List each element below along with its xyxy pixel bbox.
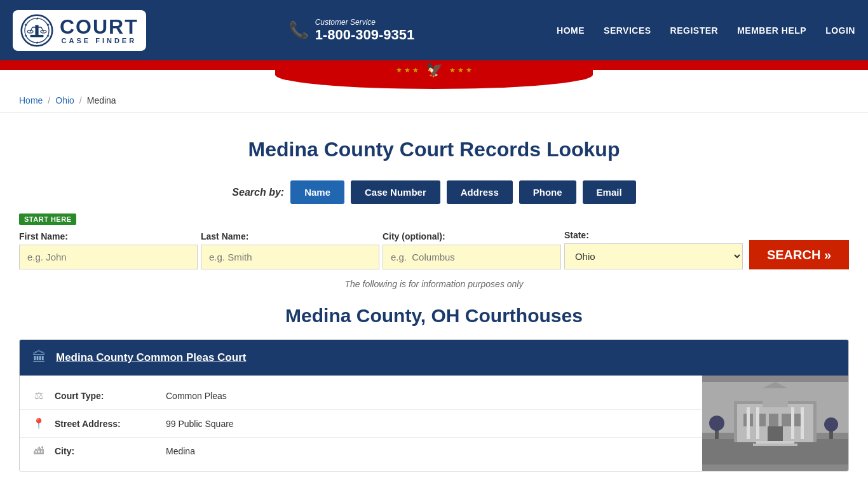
- svg-rect-33: [753, 444, 797, 446]
- search-by-label: Search by:: [232, 187, 284, 198]
- svg-rect-20: [763, 388, 788, 407]
- breadcrumb-ohio[interactable]: Ohio: [55, 95, 74, 105]
- state-field-group: State: Ohio Alabama Alaska Arizona: [564, 230, 743, 269]
- first-name-field-group: First Name:: [19, 231, 198, 269]
- detail-row-city: 🏙 City: Medina: [20, 438, 702, 464]
- svg-text:★: ★: [36, 16, 39, 20]
- svg-rect-9: [35, 25, 38, 35]
- nav-member-help[interactable]: MEMBER HELP: [737, 25, 806, 36]
- gavel-icon: ⚖: [32, 390, 45, 402]
- last-name-input[interactable]: [201, 245, 379, 269]
- city-input[interactable]: [383, 245, 561, 269]
- last-name-label: Last Name:: [201, 231, 379, 241]
- nav-login[interactable]: LOGIN: [825, 25, 855, 36]
- detail-row-court-type: ⚖ Court Type: Common Pleas: [20, 382, 702, 410]
- tab-phone[interactable]: Phone: [519, 180, 576, 204]
- city-field-group: City (optional):: [383, 231, 561, 269]
- city-label: City (optional):: [383, 231, 561, 241]
- courthouse-card: 🏛 Medina County Common Pleas Court ⚖ Cou…: [19, 339, 849, 471]
- last-name-field-group: Last Name:: [201, 231, 379, 269]
- tab-email[interactable]: Email: [583, 180, 636, 204]
- svg-rect-27: [768, 426, 783, 442]
- logo-area: ★ ★ ★ ★ ★ ★ COURT CASE F: [13, 10, 146, 51]
- first-name-input[interactable]: [19, 245, 198, 269]
- svg-rect-28: [747, 407, 750, 439]
- state-select[interactable]: Ohio Alabama Alaska Arizona: [564, 243, 743, 269]
- courthouse-icon: 🏛: [32, 349, 46, 366]
- logo-box: ★ ★ ★ ★ ★ ★ COURT CASE F: [13, 10, 146, 51]
- svg-rect-32: [756, 441, 794, 444]
- eagle-area: ★ ★ ★ 🦅 ★ ★ ★: [396, 62, 471, 78]
- svg-point-13: [27, 30, 33, 32]
- svg-rect-29: [756, 407, 759, 439]
- breadcrumb-medina: Medina: [87, 95, 116, 105]
- info-note: The following is for information purpose…: [19, 279, 849, 289]
- svg-text:★: ★: [36, 40, 39, 44]
- courthouse-header: 🏛 Medina County Common Pleas Court: [20, 340, 848, 376]
- eagle-icon: 🦅: [426, 62, 443, 78]
- courthouse-details: ⚖ Court Type: Common Pleas 📍 Street Addr…: [20, 376, 702, 471]
- svg-rect-8: [31, 34, 44, 36]
- main-nav: HOME SERVICES REGISTER MEMBER HELP LOGIN: [557, 25, 855, 36]
- courthouse-image: [702, 376, 848, 471]
- first-name-label: First Name:: [19, 231, 198, 241]
- courthouse-building-svg: [702, 382, 848, 464]
- svg-text:★: ★: [46, 34, 50, 37]
- svg-point-35: [709, 416, 724, 431]
- courthouse-name-link[interactable]: Medina County Common Pleas Court: [56, 351, 246, 364]
- city-icon: 🏙: [32, 445, 45, 457]
- stars-right-icon: ★ ★ ★: [449, 66, 472, 74]
- search-tabs-row: Search by: Name Case Number Address Phon…: [19, 180, 849, 204]
- logo-text: COURT CASE FINDER: [60, 17, 139, 44]
- page-title: Medina County Court Records Lookup: [19, 138, 849, 161]
- street-address-label: Street Address:: [55, 419, 156, 429]
- city-label-detail: City:: [55, 446, 156, 456]
- courthouses-title: Medina County, OH Courthouses: [19, 305, 849, 327]
- svg-text:★: ★: [46, 23, 50, 27]
- court-type-value: Common Pleas: [166, 391, 227, 401]
- nav-home[interactable]: HOME: [557, 25, 585, 36]
- svg-line-11: [31, 27, 32, 31]
- svg-text:★: ★: [24, 23, 27, 27]
- breadcrumb-sep-1: /: [48, 95, 50, 105]
- ribbon-bar: ★ ★ ★ 🦅 ★ ★ ★: [0, 60, 868, 89]
- breadcrumb: Home / Ohio / Medina: [19, 95, 849, 105]
- stars-left-icon: ★ ★ ★: [396, 66, 419, 74]
- city-value: Medina: [166, 446, 195, 456]
- search-form-area: START HERE First Name: Last Name: City (…: [19, 214, 849, 269]
- svg-point-37: [824, 417, 838, 431]
- svg-rect-25: [782, 414, 791, 426]
- logo-court-text: COURT: [60, 17, 139, 37]
- phone-text: Customer Service 1-800-309-9351: [315, 18, 415, 43]
- customer-service-label: Customer Service: [315, 18, 415, 27]
- logo-case-finder-text: CASE FINDER: [60, 37, 139, 44]
- tab-address[interactable]: Address: [447, 180, 513, 204]
- main-content: Medina County Court Records Lookup Searc…: [0, 112, 868, 488]
- phone-number: 1-800-309-9351: [315, 27, 415, 43]
- tab-case-number[interactable]: Case Number: [351, 180, 440, 204]
- phone-area: 📞 Customer Service 1-800-309-9351: [288, 18, 415, 43]
- svg-rect-31: [801, 407, 804, 439]
- form-fields: First Name: Last Name: City (optional): …: [19, 230, 849, 269]
- nav-register[interactable]: REGISTER: [670, 25, 719, 36]
- svg-rect-24: [769, 414, 778, 426]
- state-label: State:: [564, 230, 743, 240]
- location-icon: 📍: [32, 417, 45, 430]
- tab-name[interactable]: Name: [290, 180, 344, 204]
- start-here-badge: START HERE: [19, 214, 76, 225]
- court-type-label: Court Type:: [55, 391, 156, 401]
- detail-row-address: 📍 Street Address: 99 Public Square: [20, 410, 702, 438]
- street-address-value: 99 Public Square: [166, 419, 234, 429]
- breadcrumb-bar: Home / Ohio / Medina: [0, 89, 868, 112]
- phone-icon: 📞: [288, 20, 309, 40]
- header: ★ ★ ★ ★ ★ ★ COURT CASE F: [0, 0, 868, 60]
- courthouse-body: ⚖ Court Type: Common Pleas 📍 Street Addr…: [20, 376, 848, 471]
- logo-emblem-icon: ★ ★ ★ ★ ★ ★: [20, 14, 53, 47]
- search-button[interactable]: SEARCH »: [749, 240, 849, 269]
- breadcrumb-sep-2: /: [79, 95, 82, 105]
- svg-text:★: ★: [24, 34, 27, 37]
- breadcrumb-home[interactable]: Home: [19, 95, 43, 105]
- nav-services[interactable]: SERVICES: [604, 25, 651, 36]
- svg-rect-30: [791, 407, 794, 439]
